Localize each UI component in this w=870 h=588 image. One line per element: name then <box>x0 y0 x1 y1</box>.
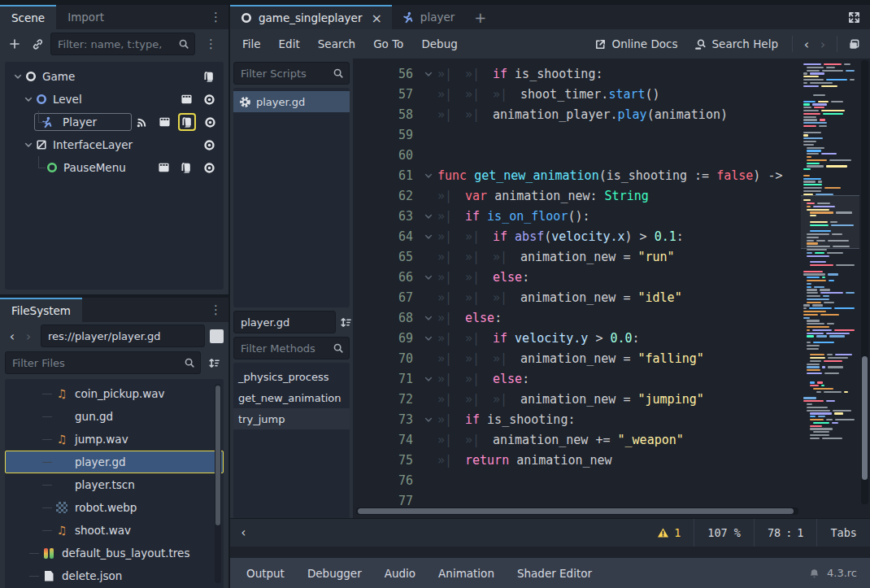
method-item-_physics_process[interactable]: _physics_process <box>233 366 350 387</box>
code-line-62[interactable]: 62»|var animation_new: String <box>353 185 870 206</box>
scene-tab-player[interactable]: player <box>392 5 464 29</box>
code-line-64[interactable]: 64»|»|if absf(velocity.x) > 0.1: <box>353 226 870 246</box>
editable-children-icon[interactable] <box>176 89 196 109</box>
scene-filter-input[interactable] <box>50 33 195 55</box>
close-icon[interactable]: × <box>371 11 381 26</box>
scene-tree-row-game[interactable]: Game <box>5 65 224 88</box>
scene-tab-game_singleplayer[interactable]: game_singleplayer× <box>230 5 392 29</box>
attached-script-icon[interactable] <box>177 112 197 132</box>
script-icon[interactable] <box>199 67 219 86</box>
scene-tree-row-level[interactable]: Level <box>5 88 224 111</box>
chevron-down-icon[interactable] <box>11 72 24 81</box>
warnings-indicator[interactable]: 1 <box>643 519 694 547</box>
bell-icon[interactable] <box>808 567 821 580</box>
new-scene-tab-button[interactable]: + <box>464 5 496 29</box>
code-line-66[interactable]: 66»|»|else: <box>353 267 870 287</box>
zoom-indicator[interactable]: 107 % <box>694 519 754 547</box>
fold-arrow-icon[interactable] <box>420 374 437 384</box>
search-icon[interactable] <box>332 67 345 80</box>
search-icon[interactable] <box>177 37 190 50</box>
scene-tree-row-interfacelayer[interactable]: InterfaceLayer <box>5 133 224 156</box>
bottom-panel-output[interactable]: Output <box>235 567 296 580</box>
code-line-70[interactable]: 70»|»|»|animation_new = "falling" <box>353 348 870 368</box>
menu-go-to[interactable]: Go To <box>364 37 412 50</box>
script-forward-button[interactable]: › <box>816 37 830 52</box>
vertical-scrollbar[interactable] <box>861 60 868 504</box>
add-node-button[interactable] <box>5 34 24 54</box>
file-row-player.gd[interactable]: player.gd <box>5 451 224 473</box>
online-docs-button[interactable]: Online Docs <box>587 37 685 50</box>
code-line-68[interactable]: 68»|else: <box>353 307 870 328</box>
file-row-default_bus_layout.tres[interactable]: default_bus_layout.tres <box>5 542 224 564</box>
bottom-panel-audio[interactable]: Audio <box>373 567 427 580</box>
file-row-jump.wav[interactable]: ♫jump.wav <box>5 428 224 451</box>
menu-search[interactable]: Search <box>309 37 364 50</box>
file-filter-input[interactable] <box>5 351 201 374</box>
bottom-panel-debugger[interactable]: Debugger <box>296 567 373 580</box>
code-line-73[interactable]: 73»|if is_shooting: <box>353 409 870 429</box>
code-line-59[interactable]: 59 <box>353 124 870 145</box>
scene-dock-menu-icon[interactable]: ⋮ <box>203 5 228 29</box>
fold-arrow-icon[interactable] <box>420 313 437 323</box>
code-editor[interactable]: 56»|»|if is_shooting:57»|»|»|shoot_timer… <box>353 59 870 519</box>
filesystem-menu-icon[interactable]: ⋮ <box>203 298 228 322</box>
chevron-down-icon[interactable] <box>22 94 35 104</box>
tab-filesystem[interactable]: FileSystem <box>0 298 82 322</box>
code-line-58[interactable]: 58»|»|animation_player.play(animation) <box>353 104 870 124</box>
search-icon[interactable] <box>332 342 345 355</box>
file-row-robot.webp[interactable]: robot.webp <box>5 496 224 519</box>
search-icon[interactable] <box>183 356 196 369</box>
code-line-67[interactable]: 67»|»|»|animation_new = "idle" <box>353 287 870 307</box>
tab-import[interactable]: Import <box>56 5 115 29</box>
file-tree-scrollbar[interactable] <box>215 384 221 583</box>
code-minimap[interactable] <box>801 59 859 506</box>
distraction-free-button[interactable] <box>837 5 870 29</box>
code-line-60[interactable]: 60 <box>353 145 870 165</box>
code-line-61[interactable]: 61func get_new_animation(is_shooting := … <box>353 165 870 185</box>
collapse-panel-button[interactable]: ‹ <box>230 525 257 540</box>
fold-arrow-icon[interactable] <box>420 211 437 221</box>
code-line-75[interactable]: 75»|return animation_new <box>353 450 870 470</box>
code-line-76[interactable]: 76 <box>353 470 870 490</box>
file-row-delete.json[interactable]: delete.json <box>5 564 224 587</box>
method-item-get_new_animation[interactable]: get_new_animation <box>233 387 350 408</box>
method-sort-button[interactable] <box>339 312 352 332</box>
fold-arrow-icon[interactable] <box>420 415 437 425</box>
current-script-field[interactable] <box>233 311 336 333</box>
bottom-panel-animation[interactable]: Animation <box>427 567 506 580</box>
editable-children-icon[interactable] <box>154 112 174 132</box>
scene-tree-row-pausemenu[interactable]: PauseMenu <box>5 156 224 179</box>
script-icon[interactable] <box>176 158 196 177</box>
scene-tree-row-player[interactable]: Player <box>5 111 224 133</box>
code-line-72[interactable]: 72»|»|»|animation_new = "jumping" <box>353 389 870 409</box>
code-line-57[interactable]: 57»|»|»|shoot_timer.start() <box>353 84 870 104</box>
fold-arrow-icon[interactable] <box>420 171 437 181</box>
version-label[interactable]: 4.3.rc <box>827 567 857 579</box>
fold-arrow-icon[interactable] <box>420 232 437 242</box>
tab-scene[interactable]: Scene <box>0 5 56 29</box>
horizontal-scrollbar[interactable] <box>356 507 798 515</box>
chevron-down-icon[interactable] <box>22 140 35 150</box>
script-back-button[interactable]: ‹ <box>799 37 814 52</box>
history-back-button[interactable]: ‹ <box>5 329 20 344</box>
bottom-panel-shader-editor[interactable]: Shader Editor <box>506 567 603 580</box>
scene-toolbar-menu-icon[interactable]: ⋮ <box>198 37 224 51</box>
signal-icon[interactable] <box>132 112 151 132</box>
code-line-74[interactable]: 74»|»|animation_new += "_weapon" <box>353 429 870 450</box>
code-line-69[interactable]: 69»|»|if velocity.y > 0.0: <box>353 328 870 348</box>
resource-path-input[interactable] <box>41 324 205 347</box>
fold-arrow-icon[interactable] <box>420 333 437 343</box>
indent-mode[interactable]: Tabs <box>817 519 870 547</box>
file-row-shoot.wav[interactable]: ♫shoot.wav <box>5 519 224 542</box>
file-row-coin_pickup.wav[interactable]: ♫coin_pickup.wav <box>5 382 224 405</box>
code-line-63[interactable]: 63»|if is_on_floor(): <box>353 206 870 226</box>
file-row-player.tscn[interactable]: player.tscn <box>5 473 224 496</box>
visibility-icon[interactable] <box>200 112 220 132</box>
menu-file[interactable]: File <box>233 37 270 50</box>
editable-children-icon[interactable] <box>154 158 173 177</box>
code-line-71[interactable]: 71»|»|else: <box>353 368 870 389</box>
menu-debug[interactable]: Debug <box>412 37 466 50</box>
fold-arrow-icon[interactable] <box>420 272 437 282</box>
minimap-viewport[interactable] <box>801 195 859 249</box>
menu-edit[interactable]: Edit <box>270 37 309 50</box>
